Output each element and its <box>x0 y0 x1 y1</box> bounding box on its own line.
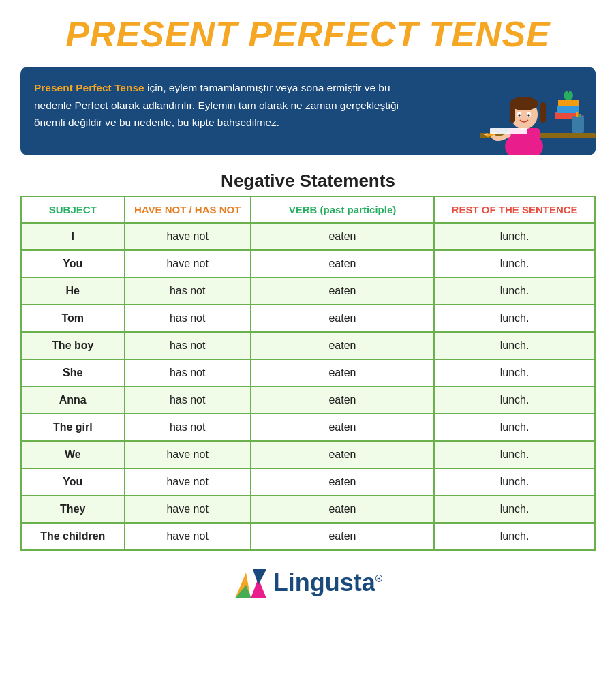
rest-cell: lunch. <box>434 223 595 250</box>
rest-cell: lunch. <box>434 414 595 441</box>
th-rest: REST OF THE SENTENCE <box>434 196 595 223</box>
verb-cell: eaten <box>251 332 434 359</box>
table-row: Ihave noteatenlunch. <box>21 223 595 250</box>
subject-cell: Anna <box>21 386 125 414</box>
table-row: Theyhave noteatenlunch. <box>21 496 595 523</box>
svg-rect-12 <box>510 102 515 123</box>
verb-cell: eaten <box>251 305 434 332</box>
havenot-cell: have not <box>125 523 251 550</box>
havenot-cell: have not <box>125 468 251 496</box>
info-highlight: Present Perfect Tense <box>34 82 144 93</box>
verb-cell: eaten <box>251 277 434 305</box>
verb-cell: eaten <box>251 250 434 277</box>
subject-cell: They <box>21 496 125 523</box>
footer: Lingusta® <box>234 566 382 600</box>
svg-point-16 <box>518 114 521 117</box>
rest-cell: lunch. <box>434 468 595 496</box>
verb-cell: eaten <box>251 386 434 414</box>
svg-rect-3 <box>557 106 579 113</box>
section-title: Negative Statements <box>221 170 395 192</box>
table-row: Shehas noteatenlunch. <box>21 359 595 386</box>
th-subject: SUBJECT <box>21 196 125 223</box>
rest-cell: lunch. <box>434 332 595 359</box>
table-row: Hehas noteatenlunch. <box>21 277 595 305</box>
verb-cell: eaten <box>251 523 434 550</box>
rest-cell: lunch. <box>434 496 595 523</box>
table-row: The childrenhave noteatenlunch. <box>21 523 595 550</box>
lingusta-icon <box>234 566 268 600</box>
svg-rect-21 <box>572 116 584 133</box>
subject-cell: He <box>21 277 125 305</box>
havenot-cell: has not <box>125 359 251 386</box>
rest-cell: lunch. <box>434 441 595 468</box>
table-header-row: SUBJECT HAVE NOT / HAS NOT VERB (past pa… <box>21 196 595 223</box>
verb-cell: eaten <box>251 359 434 386</box>
svg-point-17 <box>527 114 530 117</box>
svg-rect-4 <box>558 100 579 106</box>
girl-image-container <box>452 67 596 155</box>
svg-rect-20 <box>490 128 527 134</box>
havenot-cell: has not <box>125 277 251 305</box>
table-row: The girlhas noteatenlunch. <box>21 414 595 441</box>
subject-cell: The children <box>21 523 125 550</box>
conjugation-table: SUBJECT HAVE NOT / HAS NOT VERB (past pa… <box>20 196 596 551</box>
havenot-cell: has not <box>125 386 251 414</box>
rest-cell: lunch. <box>434 359 595 386</box>
table-row: Youhave noteatenlunch. <box>21 468 595 496</box>
table-row: Annahas noteatenlunch. <box>21 386 595 414</box>
svg-rect-6 <box>568 91 569 93</box>
info-text: Present Perfect Tense için, eylem tamaml… <box>34 79 416 132</box>
verb-cell: eaten <box>251 441 434 468</box>
verb-cell: eaten <box>251 414 434 441</box>
registered-mark: ® <box>375 573 382 584</box>
havenot-cell: have not <box>125 223 251 250</box>
info-box: Present Perfect Tense için, eylem tamaml… <box>20 67 596 155</box>
verb-cell: eaten <box>251 496 434 523</box>
subject-cell: You <box>21 250 125 277</box>
havenot-cell: have not <box>125 496 251 523</box>
subject-cell: We <box>21 441 125 468</box>
subject-cell: You <box>21 468 125 496</box>
havenot-cell: has not <box>125 332 251 359</box>
subject-cell: The girl <box>21 414 125 441</box>
havenot-cell: have not <box>125 250 251 277</box>
rest-cell: lunch. <box>434 523 595 550</box>
table-row: Tomhas noteatenlunch. <box>21 305 595 332</box>
subject-cell: The boy <box>21 332 125 359</box>
th-havenot: HAVE NOT / HAS NOT <box>125 196 251 223</box>
main-title: PRESENT PERFECT TENSE <box>65 14 551 55</box>
page: PRESENT PERFECT TENSE Present Perfect Te… <box>0 0 616 698</box>
girl-illustration <box>466 68 596 155</box>
table-row: Wehave noteatenlunch. <box>21 441 595 468</box>
th-verb: VERB (past participle) <box>251 196 434 223</box>
rest-cell: lunch. <box>434 386 595 414</box>
svg-rect-13 <box>540 102 546 123</box>
havenot-cell: has not <box>125 414 251 441</box>
subject-cell: I <box>21 223 125 250</box>
brand-name: Lingusta® <box>273 568 382 597</box>
table-row: Youhave noteatenlunch. <box>21 250 595 277</box>
subject-cell: She <box>21 359 125 386</box>
rest-cell: lunch. <box>434 277 595 305</box>
verb-cell: eaten <box>251 468 434 496</box>
rest-cell: lunch. <box>434 250 595 277</box>
verb-cell: eaten <box>251 223 434 250</box>
subject-cell: Tom <box>21 305 125 332</box>
havenot-cell: has not <box>125 305 251 332</box>
havenot-cell: have not <box>125 441 251 468</box>
footer-logo: Lingusta® <box>234 566 382 600</box>
table-row: The boyhas noteatenlunch. <box>21 332 595 359</box>
rest-cell: lunch. <box>434 305 595 332</box>
